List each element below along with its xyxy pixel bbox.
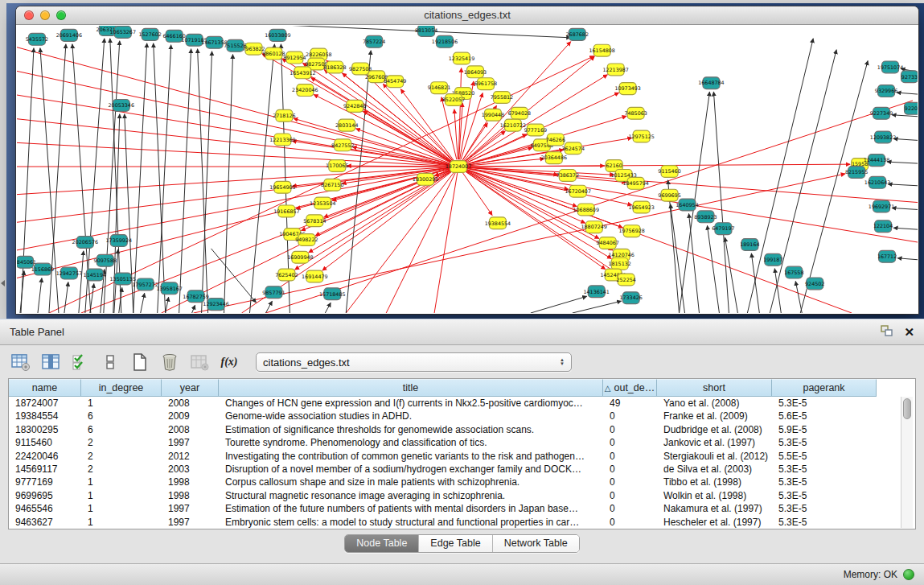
zoom-window-icon[interactable] bbox=[56, 10, 66, 20]
table-cell[interactable]: Estimation of the future numbers of pati… bbox=[219, 502, 603, 515]
graph-node[interactable]: 19654923 bbox=[628, 201, 654, 213]
table-cell[interactable]: Tibbo et al. (1998) bbox=[657, 476, 772, 488]
graph-edge[interactable] bbox=[17, 167, 458, 222]
table-cell[interactable]: 5.3E-5 bbox=[772, 436, 877, 449]
graph-node[interactable]: 10688609 bbox=[573, 204, 599, 216]
table-cell[interactable]: 2 bbox=[81, 436, 162, 449]
graph-node[interactable]: 8454749 bbox=[384, 76, 406, 88]
network-window[interactable]: citations_edges.txt 18724007796382288601… bbox=[16, 6, 918, 314]
table-row[interactable]: 969969511998Structural magnetic resonanc… bbox=[9, 489, 915, 502]
table-row[interactable]: 1830029562008Estimation of significance … bbox=[9, 423, 915, 436]
graph-node[interactable]: 252254 bbox=[616, 274, 635, 286]
graph-node[interactable]: 9857791 bbox=[262, 286, 285, 299]
graph-node[interactable]: 9777169 bbox=[524, 124, 547, 136]
new-table-icon[interactable] bbox=[130, 352, 150, 372]
table-cell[interactable]: 49 bbox=[603, 397, 657, 410]
graph-edge[interactable] bbox=[179, 49, 191, 313]
graph-node[interactable]: 17957272 bbox=[132, 278, 158, 290]
graph-node[interactable]: 1156869 bbox=[31, 263, 54, 275]
graph-node[interactable]: 7857224 bbox=[363, 35, 385, 47]
graph-edge[interactable] bbox=[192, 305, 195, 313]
table-cell[interactable]: 9115460 bbox=[9, 436, 81, 449]
graph-node[interactable]: 9484067 bbox=[596, 237, 618, 249]
table-row[interactable]: 911546021997Tourette syndrome. Phenomeno… bbox=[9, 436, 915, 449]
table-cell[interactable]: 1 bbox=[81, 516, 162, 529]
graph-node[interactable]: 8186328 bbox=[323, 61, 346, 73]
table-cell[interactable]: 0 bbox=[603, 450, 657, 463]
graph-node[interactable]: 19692971 bbox=[869, 200, 894, 212]
table-cell[interactable]: 2008 bbox=[162, 423, 219, 436]
tab-node-table[interactable]: Node Table bbox=[345, 535, 419, 552]
graph-node[interactable]: 14136141 bbox=[583, 286, 609, 298]
table-cell[interactable]: 5.6E-5 bbox=[772, 410, 877, 422]
graph-node[interactable]: 189164 bbox=[740, 239, 759, 251]
graph-edge[interactable] bbox=[211, 249, 257, 303]
table-cell[interactable]: 1998 bbox=[162, 489, 219, 502]
table-cell[interactable]: Yano et al. (2008) bbox=[657, 397, 772, 410]
graph-node[interactable]: 20206576 bbox=[72, 237, 98, 249]
table-cell[interactable]: 6 bbox=[81, 410, 162, 422]
table-row[interactable]: 946554611997Estimation of the future num… bbox=[9, 502, 915, 515]
graph-node[interactable]: 16033809 bbox=[265, 29, 290, 41]
citation-network-graph[interactable]: 1872400779638228860128891295428226058982… bbox=[17, 26, 918, 313]
table-row[interactable]: 977716911998Corpus callosum shape and si… bbox=[9, 476, 915, 488]
table-row[interactable]: 2242004622012Investigating the contribut… bbox=[9, 450, 915, 463]
graph-edge[interactable] bbox=[897, 93, 918, 94]
graph-node[interactable]: 19218506 bbox=[432, 35, 458, 47]
function-builder-icon[interactable]: f(x) bbox=[220, 352, 239, 372]
table-row[interactable]: 1456911722003Disruption of a novel membe… bbox=[9, 463, 915, 476]
table-cell[interactable]: 2008 bbox=[162, 397, 219, 410]
graph-node[interactable]: 16648784 bbox=[698, 77, 724, 89]
graph-node[interactable]: 7386372 bbox=[556, 170, 579, 182]
graph-node[interactable]: 1815132 bbox=[608, 257, 630, 270]
graph-edge[interactable] bbox=[795, 281, 802, 313]
graph-node[interactable]: 9146821 bbox=[428, 82, 450, 94]
table-cell[interactable]: Estimation of significance thresholds fo… bbox=[219, 423, 603, 436]
graph-node[interactable]: 8215955 bbox=[845, 167, 868, 179]
column-header-out_de[interactable]: △out_de… bbox=[603, 379, 657, 397]
graph-node[interactable]: 7485063 bbox=[624, 107, 647, 119]
graph-node[interactable]: 8522057 bbox=[442, 94, 465, 106]
table-cell[interactable]: Disruption of a novel member of a sodium… bbox=[219, 463, 603, 476]
table-cell[interactable]: Jankovic et al. (1997) bbox=[657, 436, 772, 449]
graph-node[interactable]: 6479197 bbox=[712, 223, 734, 235]
graph-node[interactable]: 8267150 bbox=[321, 179, 343, 191]
graph-node[interactable]: 19384554 bbox=[485, 217, 511, 229]
graph-edge[interactable] bbox=[224, 55, 233, 313]
table-row[interactable]: 1938455462009Genome-wide association stu… bbox=[9, 410, 915, 422]
graph-edge[interactable] bbox=[887, 162, 918, 163]
graph-node[interactable]: 16210643 bbox=[864, 176, 890, 188]
table-cell[interactable]: 2 bbox=[81, 463, 162, 476]
table-cell[interactable]: Franke et al. (2009) bbox=[657, 410, 772, 422]
graph-edge[interactable] bbox=[133, 43, 147, 313]
table-row[interactable]: 1872400712008Changes of HCN gene express… bbox=[9, 397, 915, 410]
graph-node[interactable]: 16154808 bbox=[589, 44, 614, 56]
graph-node[interactable]: 1864093 bbox=[464, 66, 487, 78]
graph-node[interactable]: 19166857 bbox=[273, 205, 299, 217]
graph-edge[interactable] bbox=[888, 184, 918, 186]
table-cell[interactable]: 1997 bbox=[162, 502, 219, 515]
graph-edge[interactable] bbox=[707, 225, 719, 313]
splitter-collapse-icon[interactable] bbox=[1, 280, 5, 286]
table-settings-icon[interactable] bbox=[11, 352, 31, 372]
graph-edge[interactable] bbox=[893, 138, 918, 140]
graph-node[interactable]: 92204 bbox=[905, 102, 918, 114]
graph-node[interactable]: 199187 bbox=[763, 253, 782, 266]
graph-node[interactable]: 12325419 bbox=[449, 52, 474, 64]
graph-edge[interactable] bbox=[17, 167, 458, 195]
graph-node[interactable]: 1990448 bbox=[482, 109, 504, 121]
tab-network-table[interactable]: Network Table bbox=[493, 535, 579, 552]
graph-edge[interactable] bbox=[892, 115, 918, 117]
table-cell[interactable]: Hescheler et al. (1997) bbox=[657, 516, 772, 529]
graph-node[interactable]: 8427552 bbox=[331, 139, 354, 151]
delete-table-icon[interactable] bbox=[160, 352, 179, 372]
graph-node[interactable]: 20364486 bbox=[541, 152, 567, 164]
graph-node[interactable]: 122104 bbox=[873, 220, 893, 233]
graph-edge-citation[interactable] bbox=[466, 167, 614, 175]
graph-node[interactable]: 17359924 bbox=[106, 235, 132, 247]
column-header-title[interactable]: title bbox=[219, 379, 603, 397]
table-cell[interactable]: 9777169 bbox=[9, 476, 81, 488]
graph-edge[interactable] bbox=[21, 48, 34, 313]
column-header-pagerank[interactable]: pagerank bbox=[772, 379, 877, 397]
row-height-icon[interactable] bbox=[101, 352, 120, 372]
